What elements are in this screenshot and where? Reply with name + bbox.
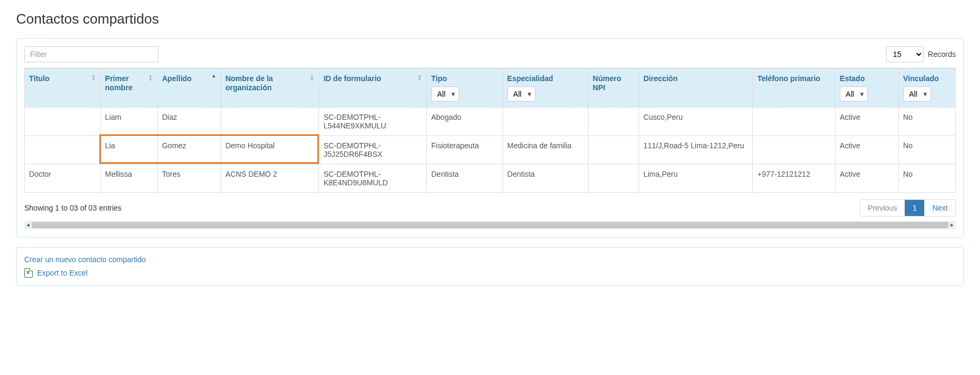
page-title: Contactos compartidos [16, 11, 964, 27]
vinculado-filter[interactable]: All [903, 86, 931, 102]
sort-icon [91, 74, 96, 82]
col-direccion: Dirección [639, 69, 753, 107]
estado-filter[interactable]: All [840, 86, 868, 102]
table-row[interactable]: Doctor Mellissa Tores ACNS DEMO 2 SC-DEM… [25, 164, 956, 192]
scroll-right-icon[interactable]: ► [948, 221, 956, 229]
excel-icon [24, 268, 33, 278]
filter-input[interactable] [24, 46, 158, 62]
especialidad-filter[interactable]: All [507, 86, 535, 102]
pagination: Previous 1 Next [860, 199, 956, 217]
sort-asc-icon [212, 74, 216, 78]
contacts-panel: 15 Records Título [16, 38, 964, 237]
sort-icon [417, 74, 422, 82]
table-row[interactable]: Liam Diaz SC-DEMOTPHL-L544NE9XKMULU Abog… [25, 107, 956, 135]
contacts-table: Título Primer nombre A [24, 68, 956, 193]
sort-icon [310, 74, 315, 82]
col-form-id[interactable]: ID de formulario [319, 69, 427, 107]
records-label: Records [928, 50, 956, 59]
actions-panel: Crear un nuevo contacto compartido Expor… [16, 247, 964, 286]
col-org[interactable]: Nombre de la organización [221, 69, 319, 107]
scroll-left-icon[interactable]: ◄ [24, 221, 32, 229]
showing-entries: Showing 1 to 03 of 03 entries [24, 204, 121, 212]
prev-button[interactable]: Previous [860, 200, 905, 216]
col-titulo[interactable]: Título [25, 69, 101, 107]
col-tipo: Tipo All [427, 69, 503, 107]
col-especialidad: Especialidad All [503, 69, 588, 107]
col-telefono: Teléfono primario [753, 69, 835, 107]
col-npi: Número NPI [588, 69, 638, 107]
next-button[interactable]: Next [925, 200, 955, 216]
sort-icon [148, 74, 153, 82]
col-vinculado: Vinculado All [898, 69, 955, 107]
tipo-filter[interactable]: All [431, 86, 459, 102]
table-row[interactable]: Lia Gomez Demo Hospital SC-DEMOTPHL-J5J2… [25, 135, 956, 164]
page-1-button[interactable]: 1 [905, 200, 925, 216]
col-apellido[interactable]: Apellido [157, 69, 221, 107]
records-select[interactable]: 15 [886, 46, 924, 62]
export-excel-link[interactable]: Export to Excel [37, 269, 88, 277]
col-estado: Estado All [835, 69, 898, 107]
col-primer-nombre[interactable]: Primer nombre [100, 69, 157, 107]
horizontal-scrollbar[interactable]: ◄ ► [24, 221, 956, 229]
create-contact-link[interactable]: Crear un nuevo contacto compartido [24, 255, 146, 264]
